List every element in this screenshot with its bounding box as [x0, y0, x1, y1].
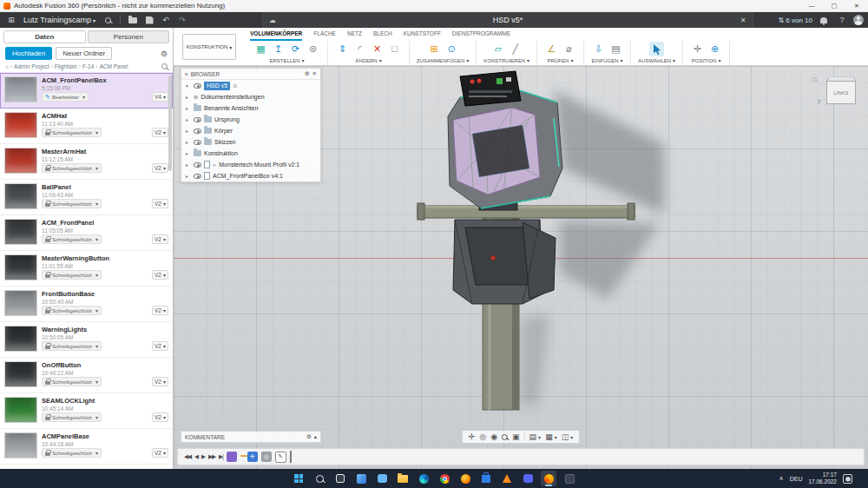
zoom-icon[interactable]	[502, 434, 508, 440]
notifications-bell-icon[interactable]	[817, 14, 831, 26]
tree-expanded-icon[interactable]: ▾	[186, 82, 191, 89]
timeline-step-forward-button[interactable]: ▶▶	[208, 453, 215, 460]
help-icon[interactable]: ?	[835, 14, 849, 26]
timeline-go-start-button[interactable]: ◀◀	[184, 453, 191, 460]
visibility-eye-icon[interactable]	[194, 83, 201, 89]
item-status-dropdown[interactable]: Schreibgeschützt▾	[42, 412, 102, 422]
hole-icon[interactable]: ⊚	[306, 42, 320, 56]
app-icon[interactable]	[562, 471, 577, 486]
collapse-panel-icon[interactable]: «	[185, 71, 188, 77]
new-component-icon[interactable]: ⊞	[427, 42, 442, 56]
insert-mesh-icon[interactable]: ⇩	[591, 42, 606, 56]
display-settings-icon[interactable]: ▤▾	[529, 432, 542, 441]
breadcrumb-flightsim[interactable]: Flightsim	[55, 63, 77, 69]
tree-row-koerper[interactable]: ▸ Körper	[181, 125, 320, 136]
group-label-konstruieren[interactable]: KONSTRUIEREN▾	[483, 57, 529, 63]
timeline-feature-icon[interactable]: ◎	[261, 452, 272, 462]
tree-collapsed-icon[interactable]: ▸	[186, 116, 191, 122]
item-version-dropdown[interactable]: V2▾	[152, 128, 168, 137]
item-status-dropdown[interactable]: Schreibgeschützt▾	[42, 199, 102, 208]
pan-icon[interactable]: ✛	[469, 432, 476, 441]
visibility-eye-icon[interactable]	[194, 129, 201, 134]
item-version-dropdown[interactable]: V2▾	[152, 163, 168, 173]
discord-icon[interactable]	[520, 471, 536, 486]
tree-row-skizzen[interactable]: ▸ Skizzen	[181, 136, 320, 148]
tab-close-icon[interactable]: ✕	[738, 14, 748, 26]
item-status-dropdown[interactable]: Schreibgeschützt▾	[42, 341, 102, 351]
group-label-auswaehlen[interactable]: AUSWÄHLEN▾	[638, 57, 675, 63]
item-version-dropdown[interactable]: V2▾	[152, 199, 168, 208]
browser-close-icon[interactable]: ✕	[312, 70, 317, 77]
extrude-icon[interactable]: ↥	[271, 42, 286, 56]
minimize-button[interactable]: —	[800, 0, 823, 11]
group-label-erstellen[interactable]: ERSTELLEN▾	[269, 57, 304, 63]
chat-icon[interactable]	[374, 471, 390, 486]
list-item[interactable]: ACMPanelBase 10:44:18 AM Schreibgeschütz…	[0, 429, 173, 465]
job-status-button[interactable]: ⇅6 von 10	[779, 16, 812, 24]
tree-root-row[interactable]: ▾ HSD v5 ⊙	[181, 80, 320, 91]
tray-overflow-icon[interactable]: ∧	[779, 475, 784, 482]
joint-icon[interactable]: ⊙	[444, 42, 459, 56]
notification-center-icon[interactable]	[843, 474, 852, 484]
breadcrumb-admin-project[interactable]: Admin Project	[14, 63, 49, 69]
save-icon[interactable]	[142, 14, 156, 26]
timeline-feature-icon[interactable]: ✛	[247, 452, 258, 462]
tab-personen[interactable]: Personen	[88, 30, 170, 43]
tab-dienstprogramme[interactable]: DIENSTPROGRAMME	[452, 28, 510, 41]
maximize-button[interactable]: ▢	[823, 0, 845, 11]
tree-collapsed-icon[interactable]: ▸	[186, 128, 191, 134]
fusion360-taskbar-icon[interactable]	[541, 471, 556, 486]
canvas-icon[interactable]: ▤	[608, 42, 623, 56]
revert-position-icon[interactable]: ⊕	[707, 42, 722, 56]
new-folder-button[interactable]: Neuer Ordner	[56, 47, 112, 60]
activate-target-icon[interactable]: ⊙	[233, 82, 237, 89]
tab-daten[interactable]: Daten	[3, 30, 86, 43]
viewcube-front-face[interactable]: LINKS	[826, 81, 856, 104]
timeline-scrubber[interactable]	[290, 451, 292, 463]
fillet-icon[interactable]: ◜	[352, 42, 367, 56]
language-indicator[interactable]: DEU	[790, 476, 803, 482]
visibility-eye-icon[interactable]	[194, 162, 201, 168]
list-item[interactable]: ACM_FrontPanel 11:05:05 AM Schreibgeschü…	[0, 215, 173, 251]
revolve-icon[interactable]: ⟳	[288, 42, 303, 56]
item-status-dropdown[interactable]: ✎Bearbeitbar▾	[42, 92, 89, 102]
list-item[interactable]: SEAMLOCKLight 10:45:14 AM Schreibgeschüt…	[0, 393, 173, 429]
orbit-icon[interactable]: ◎	[479, 432, 486, 441]
tree-row-konstruktion[interactable]: ▸ Konstruktion	[181, 148, 320, 159]
item-version-dropdown[interactable]: V2▾	[152, 341, 168, 351]
list-item[interactable]: MasterArmHat 11:12:15 AM Schreibgeschütz…	[0, 144, 173, 180]
tree-row-monstertech-mount[interactable]: ▸ ∞ Monstertech Mount Profil v2:1	[181, 159, 320, 170]
scrollbar[interactable]	[168, 76, 172, 171]
fit-icon[interactable]: ▣	[512, 432, 520, 441]
item-version-dropdown[interactable]: V2▾	[152, 234, 168, 244]
breadcrumb-acm-panel[interactable]: ACM Panel	[99, 63, 128, 69]
tree-collapsed-icon[interactable]: ▸	[186, 139, 191, 145]
gear-icon[interactable]: ⚙	[305, 70, 310, 77]
press-pull-icon[interactable]: ⇕	[335, 42, 350, 56]
select-cursor-icon[interactable]	[649, 42, 664, 56]
comments-bar[interactable]: KOMMENTARE ⚙ ▴	[181, 431, 321, 443]
vlc-icon[interactable]	[499, 471, 515, 486]
tree-row-benannte-ansichten[interactable]: ▸ Benannte Ansichten	[181, 102, 320, 114]
list-item[interactable]: OnOffButton 10:46:22 AM Schreibgeschützt…	[0, 358, 173, 393]
group-label-aendern[interactable]: ÄNDERN▾	[355, 57, 381, 63]
tab-flaeche[interactable]: FLÄCHE	[313, 28, 336, 41]
shell-icon[interactable]: □	[387, 42, 402, 56]
breadcrumb-f14[interactable]: F-14	[82, 63, 94, 69]
group-label-zusammenfuegen[interactable]: ZUSAMMENFÜGEN▾	[417, 57, 469, 63]
delete-icon[interactable]: ✕	[370, 42, 385, 56]
tree-row-dokumenteinstellungen[interactable]: ▸ ⚙ Dokumenteinstellungen	[181, 91, 320, 102]
widgets-icon[interactable]	[353, 471, 369, 486]
item-status-dropdown[interactable]: Schreibgeschützt▾	[42, 128, 102, 137]
tree-collapsed-icon[interactable]: ▸	[186, 150, 191, 156]
timeline-play-button[interactable]: ▶	[201, 453, 205, 460]
tree-row-ursprung[interactable]: ▸ Ursprung	[181, 114, 320, 125]
store-icon[interactable]	[478, 471, 494, 486]
gear-icon[interactable]: ⚙	[161, 49, 168, 58]
gear-icon[interactable]: ⚙	[306, 433, 312, 440]
grid-settings-icon[interactable]: ▦▾	[545, 432, 557, 441]
visibility-eye-icon[interactable]	[194, 174, 201, 179]
section-analysis-icon[interactable]: ⌀	[562, 42, 576, 56]
viewports-icon[interactable]: ◫▾	[562, 432, 574, 441]
list-item[interactable]: WarningLights 10:50:05 AM Schreibgeschüt…	[0, 322, 173, 358]
